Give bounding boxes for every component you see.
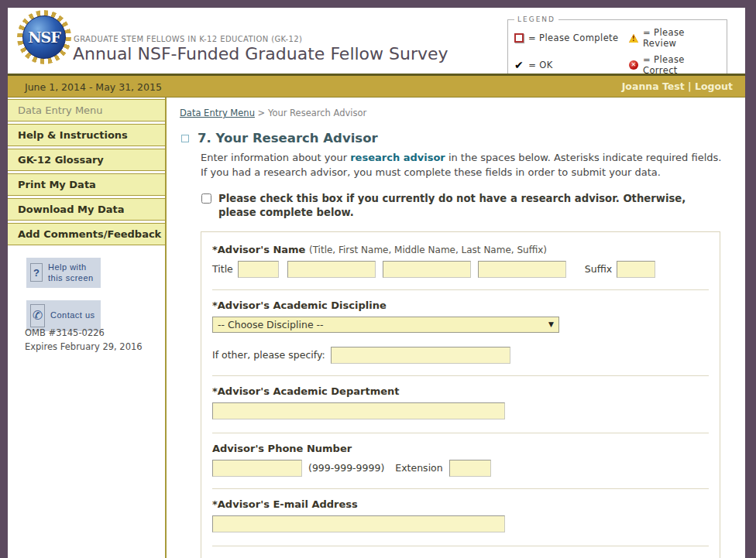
omb-notice: OMB #3145-0226 Expires February 29, 2016 — [25, 327, 143, 354]
discipline-label: *Advisor's Academic Discipline — [212, 300, 709, 311]
omb-expiration: Expires February 29, 2016 — [25, 341, 143, 352]
error-circle-icon: ✕ — [629, 60, 638, 70]
omb-number: OMB #3145-0226 — [25, 327, 105, 338]
legend-text: = OK — [528, 60, 552, 70]
no-advisor-row: Please check this box if you currently d… — [201, 192, 713, 221]
legend-item-complete: = Please Complete — [514, 27, 629, 49]
no-advisor-checkbox[interactable] — [201, 193, 211, 204]
sidebar-item-glossary[interactable]: GK-12 Glossary — [8, 149, 165, 171]
please-complete-status-icon — [181, 135, 189, 142]
legend-text: = Please Review — [643, 27, 720, 49]
survey-period: June 1, 2014 - May 31, 2015 — [8, 81, 162, 93]
discipline-other-input[interactable] — [331, 347, 510, 364]
advisor-middle-name-input[interactable] — [383, 261, 471, 278]
legend-item-review: ! = Please Review — [629, 27, 720, 49]
user-name: Joanna Test — [622, 80, 685, 92]
department-input[interactable] — [212, 402, 505, 419]
nsf-logo-globe: NSF — [22, 15, 66, 59]
extension-input[interactable] — [449, 460, 491, 477]
help-with-screen-button[interactable]: ? Help with this screen — [26, 258, 101, 288]
phone-input[interactable] — [212, 460, 302, 477]
phone-format-hint: (999-999-9999) — [308, 462, 384, 474]
nsf-logo-icon: NSF — [17, 10, 71, 64]
phone-icon: ✆ — [30, 304, 45, 327]
discipline-select[interactable]: -- Choose Discipline -- ▼ — [212, 317, 559, 333]
chevron-down-icon: ▼ — [548, 320, 554, 328]
advisor-last-name-input[interactable] — [478, 261, 566, 278]
warning-triangle-icon: ! — [629, 34, 638, 43]
legend-text: = Please Complete — [528, 33, 619, 43]
research-advisor-link[interactable]: research advisor — [350, 152, 445, 163]
red-square-icon — [514, 33, 524, 43]
question-mark-icon: ? — [30, 263, 43, 282]
sidebar: Data Entry Menu Help & Instructions GK-1… — [8, 98, 167, 558]
page-title: 7. Your Research Advisor — [198, 131, 378, 145]
site-title: Annual NSF-Funded Graduate Fellow Survey — [73, 44, 448, 63]
top-bar: June 1, 2014 - May 31, 2015 Joanna Test … — [8, 74, 745, 98]
title-label: Title — [212, 263, 233, 275]
content-row: Data Entry Menu Help & Instructions GK-1… — [8, 98, 745, 558]
sidebar-item-add-comments[interactable]: Add Comments/Feedback — [8, 223, 165, 245]
suffix-label: Suffix — [585, 263, 612, 275]
sidebar-item-print-my-data[interactable]: Print My Data — [8, 173, 165, 196]
legend-item-correct: ✕ = Please Correct — [629, 54, 720, 76]
section-divider — [212, 289, 709, 290]
advisor-name-hint: (Title, First Name, Middle Name, Last Na… — [309, 245, 547, 255]
header: NSF GRADUATE STEM FELLOWS IN K-12 EDUCAT… — [8, 8, 745, 74]
user-box: Joanna Test | Logout — [622, 76, 733, 97]
breadcrumb-current: Your Research Advisor — [268, 108, 366, 118]
section-divider — [212, 375, 709, 376]
contact-button-label: Contact us — [50, 310, 95, 320]
email-label: *Advisor's E-mail Address — [212, 498, 709, 510]
legend-item-ok: ✔ = OK — [514, 54, 629, 76]
section-divider — [212, 433, 709, 433]
nsf-logo-text: NSF — [28, 29, 60, 46]
email-input[interactable] — [212, 515, 505, 532]
department-label: *Advisor's Academic Department — [212, 385, 709, 397]
no-advisor-label: Please check this box if you currently d… — [218, 192, 713, 221]
help-button-label: Help with this screen — [48, 262, 94, 284]
page: NSF GRADUATE STEM FELLOWS IN K-12 EDUCAT… — [8, 8, 745, 558]
logout-link[interactable]: Logout — [695, 80, 733, 92]
breadcrumb-link-data-entry-menu[interactable]: Data Entry Menu — [180, 108, 255, 118]
breadcrumb: Data Entry Menu > Your Research Advisor — [167, 98, 745, 118]
advisor-suffix-input[interactable] — [617, 261, 655, 278]
advisor-title-input[interactable] — [238, 261, 279, 278]
legend-box: LEGEND = Please Complete ! = Please Revi… — [507, 15, 727, 82]
legend-grid: = Please Complete ! = Please Review ✔ = … — [514, 27, 720, 76]
program-line: GRADUATE STEM FELLOWS IN K-12 EDUCATION … — [74, 35, 302, 43]
phone-row: (999-999-9999) Extension — [212, 460, 709, 477]
advisor-name-row: Title Suffix — [212, 261, 709, 278]
user-separator: | — [688, 80, 692, 92]
advisor-form-panel: *Advisor's Name (Title, First Name, Midd… — [201, 231, 720, 558]
legend-label: LEGEND — [514, 15, 558, 23]
sidebar-item-data-entry-menu[interactable]: Data Entry Menu — [8, 99, 165, 122]
section-divider — [212, 488, 709, 489]
intro-text: Enter information about your research ad… — [201, 151, 726, 180]
phone-label: Advisor's Phone Number — [212, 443, 709, 454]
legend-text: = Please Correct — [643, 54, 720, 76]
intro-pre: Enter information about your — [201, 152, 350, 163]
section-divider — [212, 546, 709, 546]
sidebar-item-download-my-data[interactable]: Download My Data — [8, 198, 165, 221]
breadcrumb-separator: > — [258, 108, 266, 118]
heading-row: 7. Your Research Advisor — [181, 131, 745, 145]
advisor-first-name-input[interactable] — [287, 261, 376, 278]
main-content: Data Entry Menu > Your Research Advisor … — [167, 98, 745, 558]
check-icon: ✔ — [514, 60, 524, 70]
discipline-other-label: If other, please specify: — [212, 349, 325, 361]
advisor-name-label: *Advisor's Name (Title, First Name, Midd… — [212, 244, 709, 255]
sidebar-item-help-instructions[interactable]: Help & Instructions — [8, 124, 165, 146]
discipline-other-row: If other, please specify: — [212, 347, 709, 364]
discipline-selected-value: -- Choose Discipline -- — [218, 319, 324, 330]
extension-label: Extension — [395, 462, 442, 474]
sidebar-menu: Data Entry Menu Help & Instructions GK-1… — [8, 99, 165, 245]
